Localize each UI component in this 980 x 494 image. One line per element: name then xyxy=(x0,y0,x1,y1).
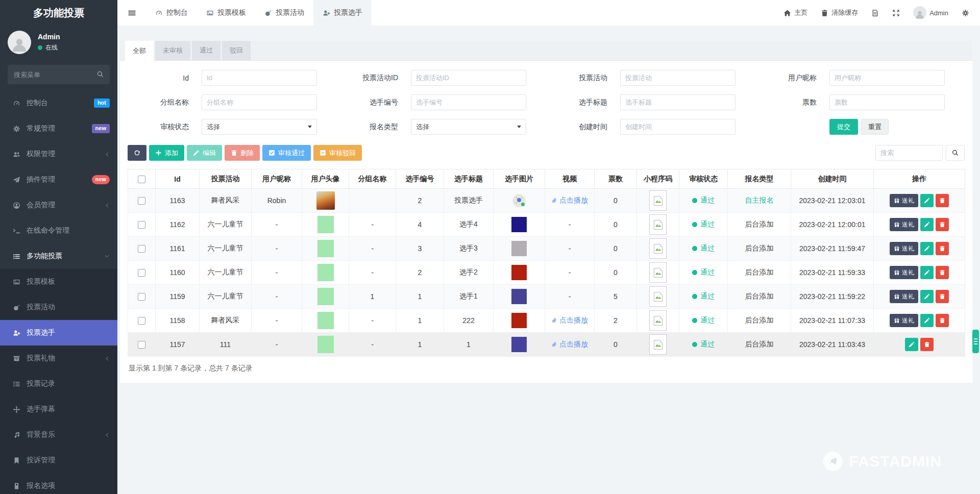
row-checkbox[interactable] xyxy=(138,293,145,301)
column-header[interactable]: 投票活动 xyxy=(200,169,252,189)
row-checkbox[interactable] xyxy=(138,197,145,205)
delete-button[interactable] xyxy=(936,314,949,327)
filter-input-group[interactable] xyxy=(202,94,317,110)
send-gift-button[interactable]: 送礼 xyxy=(890,266,918,279)
delete-button[interactable]: 删除 xyxy=(225,145,260,161)
column-header[interactable]: 视频 xyxy=(545,169,595,189)
sidebar-item-general[interactable]: 常规管理new xyxy=(0,116,117,141)
edit-button[interactable] xyxy=(920,266,934,279)
send-gift-button[interactable]: 送礼 xyxy=(890,290,918,303)
sidebar-item-complaint[interactable]: 投诉管理 xyxy=(0,448,117,473)
delete-button[interactable] xyxy=(920,338,934,351)
delete-button[interactable] xyxy=(936,290,949,303)
table-search-button[interactable] xyxy=(946,145,965,161)
sidebar-item-user[interactable]: 会员管理 xyxy=(0,192,117,218)
filter-input-activity[interactable] xyxy=(620,70,736,86)
edit-button[interactable] xyxy=(920,194,934,207)
column-header[interactable]: 选手标题 xyxy=(444,169,494,189)
column-header[interactable]: Id xyxy=(156,169,200,189)
sidebar-item-dashboard[interactable]: 控制台hot xyxy=(0,90,117,116)
filter-input-created[interactable] xyxy=(620,119,736,135)
column-header[interactable]: 报名类型 xyxy=(728,169,791,189)
play-video-link[interactable]: 点击播放 xyxy=(551,340,588,349)
status-tab-passed[interactable]: 通过 xyxy=(192,41,220,60)
status-tab-all[interactable]: 全部 xyxy=(125,41,154,61)
send-gift-button[interactable]: 送礼 xyxy=(890,314,918,327)
sidebar-item-record[interactable]: 投票记录 xyxy=(0,371,117,397)
menu-search-input[interactable] xyxy=(8,65,110,84)
filter-input-activity-id[interactable] xyxy=(411,70,526,86)
row-checkbox[interactable] xyxy=(138,341,145,349)
delete-button[interactable] xyxy=(936,242,949,255)
filter-input-number[interactable] xyxy=(411,94,526,110)
filter-input-id[interactable] xyxy=(202,70,317,86)
edit-button[interactable] xyxy=(920,242,934,255)
column-header[interactable]: 审核状态 xyxy=(679,169,728,189)
sidebar-item-command[interactable]: 在线命令管理 xyxy=(0,218,117,243)
delete-button[interactable] xyxy=(936,194,949,207)
send-gift-button[interactable]: 送礼 xyxy=(890,218,918,231)
play-video-link[interactable]: 点击播放 xyxy=(551,196,588,205)
navbar-settings[interactable] xyxy=(955,0,976,26)
row-checkbox[interactable] xyxy=(138,269,145,277)
table-row[interactable]: 1157111--11点击播放0通过后台添加2023-02-21 11:03:4… xyxy=(128,333,965,357)
table-row[interactable]: 1163舞者风采Robin2投票选手点击播放0通过自主报名2023-02-21 … xyxy=(128,189,965,213)
filter-input-nickname[interactable] xyxy=(829,70,945,86)
sidebar-item-danmu[interactable]: 选手弹幕 xyxy=(0,397,117,422)
send-gift-button[interactable]: 送礼 xyxy=(890,194,918,207)
table-row[interactable]: 1161六一儿童节--3选手3-0通过后台添加2023-02-21 11:59:… xyxy=(128,237,965,261)
column-header[interactable]: 创建时间 xyxy=(791,169,874,189)
tab-player[interactable]: 投票选手 xyxy=(313,0,372,26)
row-checkbox[interactable] xyxy=(138,245,145,253)
sidebar-item-option[interactable]: 报名选项 xyxy=(0,473,117,494)
approve-button[interactable]: 审核通过 xyxy=(262,145,311,161)
delete-button[interactable] xyxy=(936,266,949,279)
delete-button[interactable] xyxy=(936,218,949,231)
column-header[interactable]: 分组名称 xyxy=(349,169,396,189)
send-gift-button[interactable]: 送礼 xyxy=(890,242,918,255)
sidebar-item-vote[interactable]: 多功能投票 xyxy=(0,243,117,269)
column-header[interactable]: 小程序码 xyxy=(637,169,679,189)
tab-template[interactable]: 投票模板 xyxy=(197,0,255,26)
column-header[interactable]: 用户昵称 xyxy=(252,169,302,189)
navbar-fullscreen[interactable] xyxy=(886,0,906,26)
row-checkbox[interactable] xyxy=(138,317,145,325)
add-button[interactable]: 添加 xyxy=(149,145,184,161)
column-header[interactable]: 操作 xyxy=(874,169,965,189)
filter-input-title[interactable] xyxy=(620,94,736,110)
navbar-docs[interactable] xyxy=(865,0,886,26)
edit-button[interactable] xyxy=(920,218,934,231)
table-row[interactable]: 1159六一儿童节-11选手1-5通过后台添加2023-02-21 11:59:… xyxy=(128,285,965,309)
navbar-admin[interactable]: Admin xyxy=(906,0,955,26)
filter-input-votes[interactable] xyxy=(829,94,945,110)
table-search-input[interactable] xyxy=(875,145,943,161)
column-header[interactable]: 票数 xyxy=(595,169,637,189)
sidebar-item-player[interactable]: 投票选手 xyxy=(0,320,117,345)
status-tab-rejected[interactable]: 驳回 xyxy=(222,41,251,60)
edit-button[interactable] xyxy=(920,290,934,303)
navbar-clear-cache[interactable]: 清除缓存 xyxy=(814,0,865,26)
edit-button[interactable] xyxy=(905,338,918,351)
reset-button[interactable]: 重置 xyxy=(861,119,889,135)
column-header[interactable]: 用户头像 xyxy=(302,169,349,189)
sidebar-item-addon[interactable]: 插件管理new xyxy=(0,167,117,192)
refresh-button[interactable] xyxy=(128,145,146,161)
status-tab-pending[interactable]: 未审核 xyxy=(155,41,190,60)
filter-select-regtype[interactable]: 选择 xyxy=(411,119,526,135)
filter-select-status[interactable]: 选择 xyxy=(202,119,317,135)
column-header[interactable]: 选手图片 xyxy=(494,169,545,189)
row-checkbox[interactable] xyxy=(138,221,145,229)
column-header[interactable]: 选手编号 xyxy=(396,169,444,189)
edit-button[interactable]: 编辑 xyxy=(187,145,222,161)
play-video-link[interactable]: 点击播放 xyxy=(551,316,588,325)
sidebar-item-template[interactable]: 投票模板 xyxy=(0,269,117,294)
sidebar-item-auth[interactable]: 权限管理 xyxy=(0,141,117,167)
avatar[interactable] xyxy=(8,31,31,54)
tab-dashboard[interactable]: 控制台 xyxy=(146,0,197,26)
sidebar-item-activity[interactable]: 投票活动 xyxy=(0,294,117,320)
edit-button[interactable] xyxy=(920,314,934,327)
table-row[interactable]: 1160六一儿童节--2选手2-0通过后台添加2023-02-21 11:59:… xyxy=(128,261,965,285)
reject-button[interactable]: 审核驳回 xyxy=(313,145,362,161)
table-row[interactable]: 1162六一儿童节--4选手4-0通过后台添加2023-02-21 12:00:… xyxy=(128,213,965,237)
sidebar-item-gift[interactable]: 投票礼物 xyxy=(0,345,117,371)
